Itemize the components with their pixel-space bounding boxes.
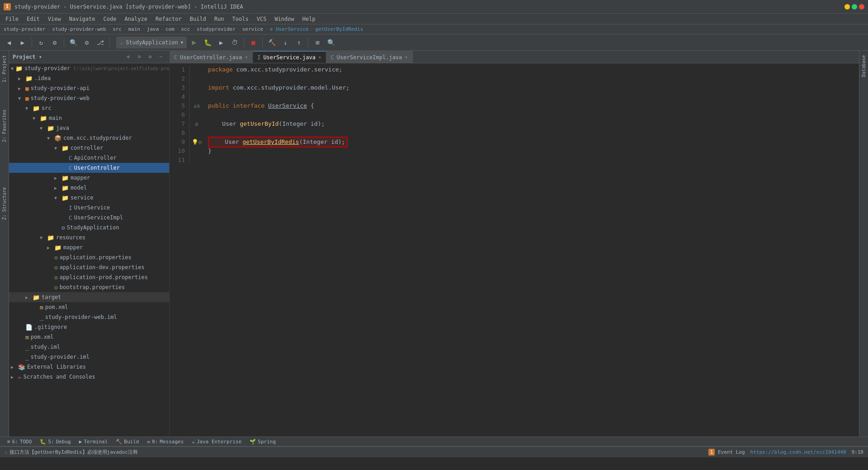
- code-content[interactable]: package com.xcc.studyprovider.service; i…: [203, 65, 859, 165]
- minimize-button[interactable]: [844, 4, 850, 9]
- menu-analyze[interactable]: Analyze: [121, 15, 151, 23]
- menu-run[interactable]: Run: [211, 15, 228, 23]
- sidebar-minimize-btn[interactable]: −: [156, 52, 165, 62]
- layout-button[interactable]: ⊞: [311, 36, 324, 49]
- maximize-button[interactable]: [852, 4, 857, 9]
- menu-view[interactable]: View: [44, 15, 65, 23]
- breadcrumb-service[interactable]: service: [242, 26, 263, 32]
- tree-item-api[interactable]: ▶ ■ study-provider-api: [9, 83, 169, 93]
- tab-userservice[interactable]: I UserService.java ×: [253, 51, 326, 63]
- menu-build[interactable]: Build: [186, 15, 210, 23]
- menu-vcs[interactable]: VCS: [253, 15, 270, 23]
- breadcrumb-java[interactable]: java: [147, 26, 159, 32]
- close-button[interactable]: [859, 4, 864, 9]
- tree-item-service[interactable]: ▼ 📁 service: [9, 193, 169, 203]
- menu-help[interactable]: Help: [299, 15, 319, 23]
- settings-button[interactable]: ⚙: [48, 36, 61, 49]
- vtab-database[interactable]: Database: [860, 52, 867, 80]
- tree-item-app-dev-prop[interactable]: ▶ ⚙ application-dev.properties: [9, 262, 169, 272]
- sidebar-sync-btn[interactable]: ⊕: [124, 52, 133, 62]
- run-config-selector[interactable]: ☕ StudyApplication ▼: [116, 37, 187, 48]
- title-bar-controls[interactable]: [844, 4, 864, 9]
- tree-item-scratches[interactable]: ▶ ✏ Scratches and Consoles: [9, 372, 169, 382]
- navigate-impl-icon-7[interactable]: ◎: [195, 121, 198, 127]
- code-editor[interactable]: 1 2 3 4 5 6 7 8 9 10 11: [170, 63, 859, 437]
- tree-item-external-libs[interactable]: ▶ 📚 External Libraries: [9, 362, 169, 372]
- breadcrumb-src[interactable]: src: [113, 26, 122, 32]
- bottom-tab-messages[interactable]: ✉ 0: Messages: [143, 437, 187, 446]
- tree-item-mapper[interactable]: ▶ 📁 mapper: [9, 173, 169, 183]
- tab-usercontroller[interactable]: C UserController.java ×: [170, 51, 253, 63]
- tree-item-model[interactable]: ▶ 📁 model: [9, 183, 169, 193]
- tree-item-pom[interactable]: ▶ m pom.xml: [9, 332, 169, 342]
- menu-file[interactable]: File: [2, 15, 22, 23]
- tree-item-controller[interactable]: ▼ 📁 controller: [9, 143, 169, 153]
- tab-userserviceimpl[interactable]: C UserServiceImpl.java ×: [326, 51, 413, 63]
- tree-item-app-prod-prop[interactable]: ▶ ⚙ application-prod.properties: [9, 272, 169, 282]
- tree-item-app-prop[interactable]: ▶ ⚙ application.properties: [9, 252, 169, 262]
- breadcrumb-xcc[interactable]: xcc: [181, 26, 190, 32]
- forward-button[interactable]: ▶: [16, 36, 29, 49]
- tree-item-study-iml[interactable]: ▶ _ study.iml: [9, 342, 169, 352]
- navigate-impl-icon[interactable]: ◎: [197, 103, 200, 109]
- bottom-tab-build[interactable]: 🔨 Build: [112, 437, 142, 446]
- tree-item-pom2[interactable]: ▶ m pom.xml: [9, 302, 169, 312]
- breadcrumb-studyprovider[interactable]: studyprovider: [197, 26, 236, 32]
- tab-usercontroller-close[interactable]: ×: [245, 54, 248, 60]
- vcs-push-button[interactable]: ↑: [292, 36, 305, 49]
- bottom-tab-java-enterprise[interactable]: ☕ Java Enterprise: [188, 437, 245, 446]
- gear-button[interactable]: ⚙: [80, 36, 93, 49]
- git-button[interactable]: ⎇: [94, 36, 107, 49]
- tree-item-apicontroller[interactable]: ▶ C ApiController: [9, 153, 169, 163]
- tree-item-idea[interactable]: ▶ 📁 .idea: [9, 73, 169, 83]
- tree-item-web[interactable]: ▼ ■ study-provider-web: [9, 93, 169, 103]
- tree-item-provider-iml[interactable]: ▶ _ study-provider.iml: [9, 352, 169, 362]
- tree-item-study-provider[interactable]: ▼ 📁 study-provider C:\sckj\work\project-…: [9, 63, 169, 73]
- bottom-tab-todo[interactable]: ≡ 6: TODO: [4, 437, 35, 446]
- tree-item-studyapp[interactable]: ▶ ⚙ StudyApplication: [9, 223, 169, 233]
- sync-button[interactable]: ↻: [35, 36, 47, 49]
- breadcrumb-userservice[interactable]: ⊙ UserService: [270, 26, 309, 32]
- tree-item-gitignore[interactable]: ▶ 📄 .gitignore: [9, 322, 169, 332]
- vcs-button[interactable]: ↓: [279, 36, 292, 49]
- tree-item-src[interactable]: ▼ 📁 src: [9, 103, 169, 113]
- tree-item-iml[interactable]: ▶ _ study-provider-web.iml: [9, 312, 169, 322]
- tree-item-java[interactable]: ▼ 📁 java: [9, 123, 169, 133]
- status-event-log[interactable]: 1 Event Log: [708, 449, 745, 455]
- vtab-project[interactable]: 1: Project: [1, 52, 8, 85]
- quick-fix-bulb[interactable]: 💡: [192, 139, 198, 145]
- menu-window[interactable]: Window: [271, 15, 297, 23]
- vtab-favorites[interactable]: 2: Favorites: [1, 107, 8, 145]
- menu-refactor[interactable]: Refactor: [152, 15, 185, 23]
- bottom-tab-terminal[interactable]: ▶ Terminal: [75, 437, 112, 446]
- build-button[interactable]: 🔨: [265, 36, 278, 49]
- tab-userservice-close[interactable]: ×: [318, 54, 321, 60]
- menu-tools[interactable]: Tools: [229, 15, 252, 23]
- debug-button[interactable]: 🐛: [201, 36, 214, 49]
- tree-item-main[interactable]: ▼ 📁 main: [9, 113, 169, 123]
- sidebar-collapse-btn[interactable]: ≡: [135, 52, 144, 62]
- profile-button[interactable]: ⏱: [228, 36, 241, 49]
- tab-userserviceimpl-close[interactable]: ×: [405, 54, 408, 60]
- run-button[interactable]: ▶: [188, 36, 200, 49]
- tree-item-bootstrap-prop[interactable]: ▶ ⚙ bootstrap.properties: [9, 282, 169, 292]
- sidebar-settings-btn[interactable]: ⚙: [146, 52, 155, 62]
- stop-button[interactable]: ■: [247, 36, 259, 49]
- menu-code[interactable]: Code: [100, 15, 120, 23]
- tree-item-resources[interactable]: ▼ 📁 resources: [9, 233, 169, 242]
- vtab-structure[interactable]: Z: Structure: [1, 185, 8, 223]
- tree-item-userservice[interactable]: ▶ I UserService: [9, 203, 169, 213]
- breadcrumb-study-provider[interactable]: study-provider: [4, 26, 46, 32]
- menu-edit[interactable]: Edit: [23, 15, 43, 23]
- tree-item-mapper2[interactable]: ▶ 📁 mapper: [9, 242, 169, 252]
- implement-method-icon[interactable]: ↓: [193, 103, 197, 109]
- tree-item-target[interactable]: ▶ 📁 target: [9, 292, 169, 302]
- breadcrumb-web[interactable]: study-provider-web: [52, 26, 106, 32]
- breadcrumb-com[interactable]: com: [165, 26, 175, 32]
- bottom-tab-spring[interactable]: 🌱 Spring: [246, 437, 279, 446]
- tree-item-userserviceimpl[interactable]: ▶ C UserServiceImpl: [9, 213, 169, 223]
- search-button[interactable]: 🔍: [67, 36, 80, 49]
- breadcrumb-main[interactable]: main: [128, 26, 141, 32]
- tree-item-usercontroller[interactable]: ▶ C UserController: [9, 163, 169, 173]
- back-button[interactable]: ◀: [3, 36, 15, 49]
